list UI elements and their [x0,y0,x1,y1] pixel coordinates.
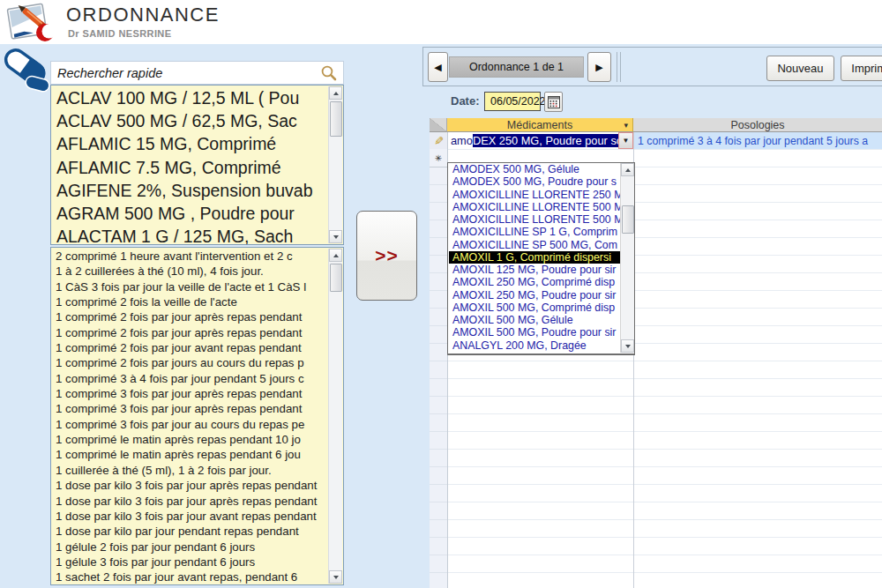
prev-arrow-icon: ◀ [434,62,441,73]
doctor-name: Dr SAMID NESRRINE [68,28,171,39]
dropdown-item[interactable]: AMOXIL 500 MG, Comprimé disp [449,301,620,314]
new-button[interactable]: Nouveau [766,56,834,81]
dropdown-item[interactable]: AMOXICILLINE SP 1 G, Comprim [449,226,620,238]
typed-text: amo [451,134,473,147]
medication-list-item[interactable]: AGRAM 500 MG , Poudre pour [51,202,329,225]
posology-list-item[interactable]: 1 comprimé 2 fois par jour avant repas p… [51,340,329,355]
scroll-up-icon[interactable] [621,163,634,176]
scroll-down-icon[interactable] [329,230,342,243]
posology-list-item[interactable]: 2 comprimé 1 heure avant l'intervention … [51,249,329,264]
record-toolbar: ◀ Ordonnance 1 de 1 ▶ Nouveau Imprimer [422,47,882,86]
posology-cell[interactable]: 1 comprimé 3 à 4 fois par jour pendant 5… [634,132,882,149]
dropdown-item[interactable]: ANALGYL 200 MG, Dragée [449,339,620,352]
page-title: ORDONNANCE [66,4,220,26]
dropdown-item[interactable]: AMOXICILLINE LLORENTE 250 M [449,189,620,201]
table-body: ✎ amoDEX 250 MG, Poudre pour so ▼ 1 comp… [430,132,882,588]
next-record-button[interactable]: ▶ [587,52,611,82]
posologies-listbox: 2 comprimé 1 heure avant l'intervention … [50,247,344,585]
dropdown-item[interactable]: AMODEX 500 MG, Gélule [449,163,620,175]
medication-list-item[interactable]: ACLAV 100 MG / 12,5 ML ( Pou [51,86,329,109]
posology-list-item[interactable]: 1 gélule 2 fois par jour pendant 6 jours [51,540,329,555]
search-input[interactable] [51,66,320,80]
dropdown-item[interactable]: AMOXIL 1 G, Comprimé dispersi [449,251,620,264]
posology-list-item[interactable]: 1 comprimé 2 fois par jour après repas p… [51,325,329,340]
posology-list-item[interactable]: 1 dose par kilo 3 fois par jour après re… [51,494,329,509]
medication-list-item[interactable]: ACLAV 500 MG / 62,5 MG, Sac [51,109,329,132]
filter-arrow-icon[interactable]: ▾ [624,121,628,130]
scroll-down-icon[interactable] [329,570,342,584]
column-header-label: Posologies [730,119,784,131]
dropdown-item[interactable]: AMOXIL 500 MG, Gélule [449,314,620,326]
previous-record-button[interactable]: ◀ [428,52,448,82]
transfer-button[interactable]: >> [356,211,417,301]
medications-items: ACLAV 100 MG / 12,5 ML ( PouACLAV 500 MG… [51,86,329,244]
posology-list-item[interactable]: 1 sachet 2 fois par jour avant repas, pe… [51,569,329,584]
scroll-up-icon[interactable] [329,249,342,262]
app-header: ORDONNANCE Dr SAMID NESRRINE [0,0,882,44]
medication-list-item[interactable]: AFLAMIC 7.5 MG, Comprimé [51,156,329,179]
posologies-scrollbar[interactable] [328,249,342,584]
pill-icon [2,46,53,95]
row-selector-new[interactable]: ✳ [430,149,448,167]
posology-list-item[interactable]: 1 gélule 3 fois par jour pendant 6 jours [51,555,329,569]
medication-list-item[interactable]: ALACTAM 1 G / 125 MG, Sach [51,225,329,244]
dropdown-item[interactable]: AMOXICILLINE LLORENTE 500 M [449,213,620,226]
dropdown-item[interactable]: AMOXIL 250 MG, Comprimé disp [449,276,620,288]
posology-list-item[interactable]: 1 dose par kilo 3 fois par jour après re… [51,478,329,493]
edit-pencil-icon: ✎ [432,136,445,145]
posology-list-item[interactable]: 1 comprimé 3 fois par jour au cours du r… [51,417,329,432]
dropdown-item[interactable]: AMOXICILLINE LLORENTE 500 M [449,201,620,213]
posology-list-item[interactable]: 1 comprimé 3 à 4 fois par jour pendant 5… [51,371,329,386]
combo-arrow-icon: ▼ [623,137,630,145]
posology-list-item[interactable]: 1 comprimé 2 fois la veille de l'acte [51,294,329,309]
calendar-button[interactable] [544,92,563,112]
combobox-dropdown-button[interactable]: ▼ [618,132,633,149]
posology-list-item[interactable]: 1 dose par kilo par jour pendant repas p… [51,524,329,539]
scroll-down-icon[interactable] [621,339,634,353]
medication-list-item[interactable]: AFLAMIC 15 MG, Comprimé [51,132,329,155]
table-corner-cell[interactable] [430,118,447,132]
posology-list-item[interactable]: 1 comprimé 3 fois par jour après repas p… [51,401,329,416]
print-button[interactable]: Imprimer [841,56,882,81]
row-selector-editing[interactable]: ✎ [430,132,448,150]
posology-list-item[interactable]: 1 comprimé 3 fois par jour après repas p… [51,386,329,401]
posology-list-item[interactable]: 1 comprimé 2 fois par jour après repas p… [51,309,329,324]
dropdown-item[interactable]: AMOXIL 250 MG, Poudre pour sir [449,289,620,301]
toolbar-separator [617,52,617,82]
medications-listbox: ACLAV 100 MG / 12,5 ML ( PouACLAV 500 MG… [50,85,344,245]
date-input[interactable]: 06/05/2022 [484,92,541,111]
medication-list-item[interactable]: AGIFENE 2%, Suspension buvab [51,179,329,202]
record-position-label: Ordonnance 1 de 1 [449,56,584,78]
posology-list-item[interactable]: 1 dose par kilo 3 fois par jour avant re… [51,509,329,524]
medication-combobox[interactable]: amoDEX 250 MG, Poudre pour so [448,132,621,149]
search-icon[interactable] [320,64,338,82]
new-row-icon: ✳ [435,153,442,163]
medications-scrollbar[interactable] [328,86,342,243]
toolbar-separator [620,52,621,82]
medication-dropdown: AMODEX 500 MG, GéluleAMODEX 500 MG, Poud… [447,162,635,355]
column-header-label: Médicaments [507,119,572,131]
posology-list-item[interactable]: 1 comprimé 2 fois par jours au cours du … [51,355,329,370]
dropdown-scrollbar[interactable] [620,163,634,353]
scroll-up-icon[interactable] [329,86,342,100]
posology-list-item[interactable]: 1 comprimé le matin après repas pendant … [51,432,329,447]
calendar-icon [548,96,560,108]
posology-list-item[interactable]: 1 cuillerée à thé (5 ml), 1 à 2 fois par… [51,463,329,478]
posology-list-item[interactable]: 1 CàS 3 fois par jour la veille de l'act… [51,279,329,294]
scroll-thumb[interactable] [622,205,634,234]
posology-list-item[interactable]: 1 à 2 cuillerées à thé (10 ml), 4 fois j… [51,264,329,279]
column-header-medicaments[interactable]: Médicaments ▾ [447,118,633,132]
dropdown-item[interactable]: AMODEX 500 MG, Poudre pour s [449,175,620,188]
dropdown-item[interactable]: AMOXIL 125 MG, Poudre pour sir [449,264,620,276]
quick-search [50,61,344,85]
scroll-thumb[interactable] [330,101,342,137]
date-label: Date: [451,94,480,108]
autocomplete-selection: DEX 250 MG, Poudre pour so [473,134,621,147]
dropdown-item[interactable]: AMOXICILLINE SP 500 MG, Com [449,239,620,251]
column-header-posologies[interactable]: Posologies [633,118,882,132]
next-arrow-icon: ▶ [595,62,602,73]
scroll-thumb[interactable] [330,264,342,292]
posology-list-item[interactable]: 1 comprimé le matin après repas pendant … [51,447,329,462]
posologies-items: 2 comprimé 1 heure avant l'intervention … [51,249,329,584]
dropdown-item[interactable]: AMOXIL 500 MG, Poudre pour sir [449,326,620,339]
